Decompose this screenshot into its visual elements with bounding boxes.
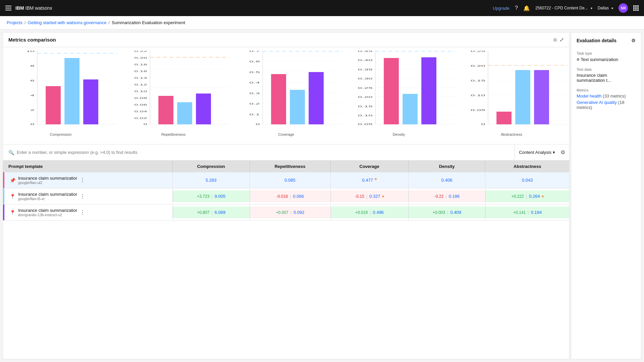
row-more-icon[interactable]: ⋮ (80, 209, 85, 216)
svg-text:8: 8 (30, 64, 34, 67)
table-row: 📍 Insurance claim summarizatior ibm/gran… (3, 204, 569, 221)
svg-text:0.06: 0.06 (134, 104, 147, 106)
search-filter-row: 🔍 Content Analysis ▾ ⚙ (3, 144, 569, 161)
svg-text:0.40: 0.40 (358, 59, 373, 62)
svg-rect-15 (83, 79, 98, 124)
apps-icon[interactable] (633, 5, 639, 11)
svg-text:2: 2 (30, 109, 34, 112)
breadcrumb: Projects / Getting started with watsonx.… (0, 16, 644, 29)
svg-text:0.6: 0.6 (249, 60, 260, 63)
svg-text:0.10: 0.10 (358, 114, 373, 117)
svg-text:0.16: 0.16 (134, 70, 147, 73)
avatar[interactable]: SR (619, 3, 628, 13)
row-more-icon[interactable]: ⋮ (80, 177, 85, 183)
metric-repetitiveness-row1: -0.018 | 0.066 (250, 188, 330, 204)
pin-outline-icon[interactable]: 📍 (10, 194, 15, 199)
metric-coverage-row1: -0.15 | 0.327 (330, 188, 408, 204)
svg-rect-93 (515, 70, 530, 124)
svg-text:10: 10 (26, 51, 35, 53)
svg-rect-35 (177, 102, 192, 124)
notifications-icon[interactable]: 🔔 (523, 5, 530, 11)
svg-text:0.45: 0.45 (358, 51, 373, 53)
metric-abstractness-row1: +0.222 | 0.264 (485, 188, 569, 204)
panel-title: Metrics comparison (8, 37, 56, 43)
warning-dot (542, 195, 544, 197)
panel-header: Metrics comparison ⊟ ⤢ (3, 33, 569, 47)
metric-density-row0: 0.406 (408, 172, 485, 188)
svg-text:6: 6 (30, 79, 34, 82)
chart-compression: 10 8 6 4 2 0 Compression (4, 51, 117, 144)
metrics-comparison-panel: Metrics comparison ⊟ ⤢ (3, 32, 570, 359)
content-analysis-dropdown[interactable]: Content Analysis ▾ (519, 150, 555, 155)
projects-link[interactable]: Projects (7, 20, 22, 25)
metrics-label: Metrics (577, 88, 636, 92)
test-data-value: Insurance claim summarization t... (577, 73, 636, 83)
metric-abstractness-row0: 0.043 (485, 172, 569, 188)
test-data-section: Test data Insurance claim summarization … (577, 67, 636, 83)
col-header-compression: Compression (172, 161, 250, 172)
expand-icon[interactable]: ⤢ (559, 37, 564, 43)
metric-compression-row0: 5.283 (172, 172, 250, 188)
svg-text:0.08: 0.08 (134, 97, 147, 100)
svg-text:0.25: 0.25 (471, 51, 485, 53)
svg-text:0.2: 0.2 (249, 102, 260, 105)
svg-text:0: 0 (256, 123, 260, 126)
region-selector[interactable]: Dallas ▾ (598, 6, 613, 10)
svg-text:0.20: 0.20 (358, 96, 373, 99)
model-health-link[interactable]: Model health (577, 94, 601, 99)
upgrade-link[interactable]: Upgrade (493, 6, 509, 11)
chart-label-coverage: Coverage (278, 132, 294, 136)
warning-dot (375, 178, 377, 180)
model-health-count: (33 metrics) (603, 94, 626, 99)
metric-repetitiveness-row0: 0.085 (250, 172, 330, 188)
svg-text:0.10: 0.10 (471, 94, 485, 97)
svg-text:0.10: 0.10 (134, 90, 147, 93)
chart-density: 0.45 0.40 0.35 0.30 0.25 0.20 0.15 0.10 … (342, 51, 455, 144)
getting-started-link[interactable]: Getting started with watsonx.governance (28, 20, 107, 25)
chart-repetitiveness: 0.22 0.20 0.18 0.16 0.14 0.12 0.10 0.08 … (117, 51, 230, 144)
svg-text:0.14: 0.14 (134, 77, 147, 79)
svg-rect-13 (46, 86, 61, 124)
top-navigation: IBM IBM watsonx Upgrade ? 🔔 2560722 - CP… (0, 0, 644, 16)
chart-label-density: Density (393, 132, 405, 136)
svg-rect-36 (196, 94, 211, 124)
data-table: Prompt template Compression Repetitivene… (3, 161, 569, 359)
gen-ai-link[interactable]: Generative AI quality (577, 100, 617, 105)
svg-text:0.25: 0.25 (358, 86, 373, 89)
filter-rows-icon[interactable]: ⊟ (553, 38, 557, 42)
metric-abstractness-row2: +0.141 | 0.184 (485, 204, 569, 221)
eval-settings-icon[interactable]: ⚙ (631, 38, 636, 43)
chart-label-compression: Compression (50, 132, 72, 136)
table-row: 📍 Insurance claim summarizatior google/f… (3, 188, 569, 204)
svg-rect-77 (402, 94, 418, 124)
table-settings-icon[interactable]: ⚙ (560, 149, 565, 156)
svg-text:0.1: 0.1 (249, 113, 260, 116)
svg-rect-94 (534, 70, 549, 124)
task-type-label: Task type (577, 51, 636, 55)
svg-text:0.05: 0.05 (471, 109, 485, 112)
help-icon[interactable]: ? (515, 5, 518, 11)
search-input[interactable] (17, 150, 509, 155)
pin-icon[interactable]: 📌 (10, 178, 15, 183)
col-header-density: Density (408, 161, 485, 172)
metric-repetitiveness-row2: +0.007 | 0.092 (250, 204, 330, 221)
svg-text:0.05: 0.05 (358, 123, 373, 126)
evaluation-details-panel: Evaluation details ⚙ Task type ≡ Text su… (571, 32, 641, 359)
metric-coverage-row2: +0.019 | 0.496 (330, 204, 408, 221)
warning-dot (382, 195, 384, 197)
charts-area: 10 8 6 4 2 0 Compression (3, 47, 569, 144)
account-selector[interactable]: 2560722 - CPD Content De... ▾ (535, 6, 592, 10)
row-more-icon[interactable]: ⋮ (80, 193, 85, 199)
svg-text:4: 4 (30, 94, 34, 97)
hamburger-menu[interactable] (5, 6, 11, 10)
col-header-abstractness: Abstractness (485, 161, 569, 172)
model-name: Insurance claim summarizatior (18, 208, 77, 213)
pin-outline-icon[interactable]: 📍 (10, 210, 15, 215)
metric-density-row1: -0.22 | 0.186 (408, 188, 485, 204)
chart-label-repetitiveness: Repetitiveness (161, 132, 185, 136)
svg-text:0.02: 0.02 (134, 117, 147, 120)
svg-rect-56 (309, 72, 324, 124)
test-data-label: Test data (577, 67, 636, 71)
col-header-prompt: Prompt template (3, 161, 172, 172)
metric-coverage-row0: 0.477 (330, 172, 408, 188)
